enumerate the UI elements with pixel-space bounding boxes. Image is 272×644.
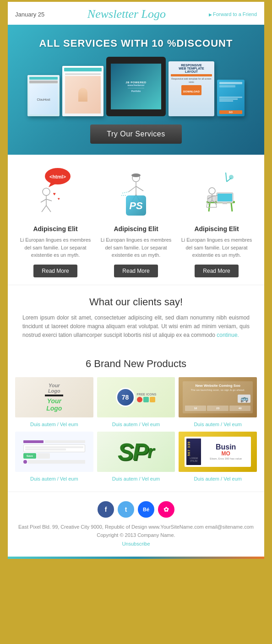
feature-title-1: Adipiscing Elit [20,225,91,233]
email-wrapper: January 25 Newsletter Logo Forward to a … [8,2,264,559]
device-mockup-3: JB POWERED www.freelancer Portfolio [106,57,166,116]
product-item-4: Save Duis autem / Vel eum [15,432,93,482]
email-header: January 25 Newsletter Logo Forward to a … [8,2,264,25]
read-more-button-2[interactable]: Read More [114,265,158,277]
svg-text:PS: PS [129,200,143,211]
products-grid: YourLogo YourLogo Duis autem / Vel eum 7… [15,377,257,482]
svg-line-6 [46,199,52,201]
svg-line-5 [41,199,46,202]
product-link-6[interactable]: Duis autem / Vel eum [194,476,242,482]
unsubscribe-link[interactable]: Unsubscribe [122,541,150,547]
product-thumb-5: SP r [97,432,175,472]
feature-icon-2: PS [100,166,172,221]
feature-text-3: Li Europan lingues es membres del sam fa… [181,236,252,259]
product-link-4[interactable]: Duis autem / Vel eum [30,476,78,482]
desk-illustration [194,168,239,218]
svg-text:♥: ♥ [53,191,56,196]
svg-line-8 [46,206,51,212]
svg-text:♥: ♥ [58,197,60,201]
device-mockup-4: RESPONSIVEWEB TEMPLATELAYOUT Responsive … [169,61,214,116]
product-thumb-2: 78 FREE ICONS [97,377,175,417]
svg-point-3 [43,188,50,195]
behance-icon[interactable]: Bé [138,501,154,518]
feature-item-3: Adipiscing Elit Li Europan lingues es me… [176,166,257,277]
newsletter-logo: Newsletter Logo [44,7,208,21]
hero-cta-button[interactable]: Try Our Services [90,124,181,144]
product-thumb-6: 567 339 LOREM IPSUM Busin MO Etiam, Eros… [179,432,257,472]
svg-rect-29 [218,194,232,201]
footer-copyright: Copyright © 2013 Company Name. [15,531,257,540]
product-item-6: 567 339 LOREM IPSUM Busin MO Etiam, Eros… [179,432,257,482]
feature-icon-1: <html> ♥ ♥ [20,166,91,221]
device-mockup-1: ClouHost [27,75,60,116]
read-more-button-1[interactable]: Read More [33,265,77,277]
testimonial-section: What our clients say! Lorem ipsum dolor … [8,285,264,349]
product-item-5: SP r Duis autem / Vel eum [97,432,175,482]
device-mockup-5: GO [217,80,245,116]
html-illustration: <html> ♥ ♥ [33,168,78,218]
svg-line-15 [136,186,143,191]
products-section: 6 Brand New Products YourLogo YourLogo D… [8,349,264,492]
svg-line-14 [129,186,136,192]
product-thumb-1: YourLogo YourLogo [15,377,93,417]
footer-bar [8,557,264,559]
feature-item-1: <html> ♥ ♥ Adipiscing Elit Li Europan li… [15,166,96,277]
product-item-3: New Website Coming Soo The we launching … [179,377,257,428]
svg-line-20 [122,192,129,193]
feature-icon-3 [181,166,252,221]
svg-rect-30 [223,203,227,204]
header-date: January 25 [15,11,44,18]
features-section: <html> ♥ ♥ Adipiscing Elit Li Europan li… [8,155,264,285]
social-footer: f t Bé ✿ East Pixel Bld. 99, Creative Ci… [8,492,264,553]
feature-title-2: Adipiscing Elit [100,225,172,233]
svg-point-24 [229,175,234,179]
testimonial-title: What our clients say! [22,296,250,308]
read-more-button-3[interactable]: Read More [195,265,238,277]
product-link-5[interactable]: Duis autem / Vel eum [112,476,160,482]
hero-title: ALL SERVICES WITH 10 %DISCOUNT [39,38,233,49]
svg-line-27 [231,203,232,211]
svg-point-35 [209,188,215,194]
svg-point-12 [131,173,141,177]
svg-line-7 [42,206,46,212]
social-icons: f t Bé ✿ [15,501,257,518]
feature-text-2: Li Europan lingues es membres del sam fa… [100,236,172,259]
twitter-icon[interactable]: t [118,501,134,518]
feature-item-2: PS Adipiscing Elit Li Europan lingues es… [96,166,176,277]
svg-text:<html>: <html> [49,174,66,179]
product-thumb-3: New Website Coming Soo The we launching … [179,377,257,417]
feature-title-3: Adipiscing Elit [181,225,252,233]
product-link-1[interactable]: Duis autem / Vel eum [30,422,78,427]
flickr-icon[interactable]: ✿ [158,501,174,518]
device-mockup-2 [62,66,103,116]
product-thumb-4: Save [15,432,93,472]
product-item-1: YourLogo YourLogo Duis autem / Vel eum [15,377,93,428]
forward-link[interactable]: Forward to a Friend [209,11,257,17]
testimonial-link[interactable]: continue. [217,332,239,338]
hero-banner: ALL SERVICES WITH 10 %DISCOUNT ClouHost [8,25,264,155]
hero-devices: ClouHost [17,57,255,116]
ps-illustration: PS [113,168,159,218]
svg-line-22 [226,173,227,182]
footer-address: East Pixel Bld. 99, Creative City 9000, … [15,523,257,531]
feature-text-1: Li Europan lingues es membres del sam fa… [20,236,91,259]
product-link-2[interactable]: Duis autem / Vel eum [112,422,160,427]
product-item-2: 78 FREE ICONS Duis autem / Vel eum [97,377,175,428]
product-link-3[interactable]: Duis autem / Vel eum [194,422,242,427]
products-title: 6 Brand New Products [15,358,257,370]
testimonial-text: Lorem ipsum dolor sit amet, consectetuer… [22,314,250,340]
facebook-icon[interactable]: f [98,501,114,518]
